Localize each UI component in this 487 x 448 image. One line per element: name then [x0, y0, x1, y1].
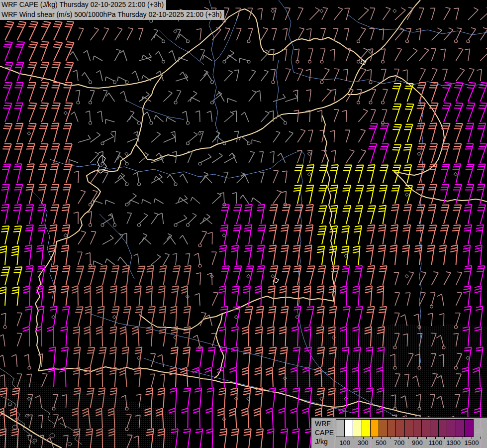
title-line-shear: WRF Wind shear (m/s) 500/1000hPa Thursda…	[0, 10, 224, 20]
legend-label-cape: CAPE	[315, 428, 334, 437]
cape-colorbar-cell	[379, 420, 388, 437]
cape-legend: WRF CAPE J/kg 10030050070090011001300150…	[311, 417, 487, 448]
cape-colorbar-cell	[362, 420, 371, 437]
cape-colorbar-cell	[465, 420, 473, 437]
cape-colorbar-cell	[456, 420, 465, 437]
cape-colorbar-cell	[388, 420, 396, 437]
cape-colorbar	[336, 419, 474, 437]
cape-colorbar-cell	[371, 420, 379, 437]
cape-tick-label: 300	[353, 439, 373, 447]
cape-colorbar-cell	[405, 420, 413, 437]
cape-tick-label: 700	[389, 439, 409, 447]
cape-legend-labels: WRF CAPE J/kg	[315, 419, 334, 446]
map-canvas	[0, 0, 487, 448]
cape-colorbar-cell	[447, 420, 456, 437]
legend-label-wrf: WRF	[315, 419, 334, 428]
weather-map-screenshot: WRF CAPE (J/kg) Thursday 02-10-2025 21:0…	[0, 0, 487, 448]
cape-colorbar-cell	[413, 420, 422, 437]
cape-colorbar-cell	[353, 420, 362, 437]
cape-tick-label: 1300	[444, 439, 464, 447]
legend-label-unit: J/kg	[315, 437, 334, 446]
cape-colorbar-cell	[345, 420, 353, 437]
cape-colorbar-cell	[439, 420, 447, 437]
cape-colorbar-cell	[422, 420, 430, 437]
cape-tick-label: 1500	[462, 439, 482, 447]
cape-tick-label: 100	[335, 439, 355, 447]
cape-tick-label: 500	[371, 439, 391, 447]
cape-colorbar-cell	[396, 420, 404, 437]
cape-colorbar-cell	[430, 420, 439, 437]
cape-colorbar-cell	[336, 420, 345, 437]
title-line-cape: WRF CAPE (J/kg) Thursday 02-10-2025 21:0…	[0, 0, 166, 10]
map-title-overlay: WRF CAPE (J/kg) Thursday 02-10-2025 21:0…	[0, 0, 224, 20]
cape-tick-label: 1100	[425, 439, 445, 447]
cape-tick-label: 900	[407, 439, 427, 447]
